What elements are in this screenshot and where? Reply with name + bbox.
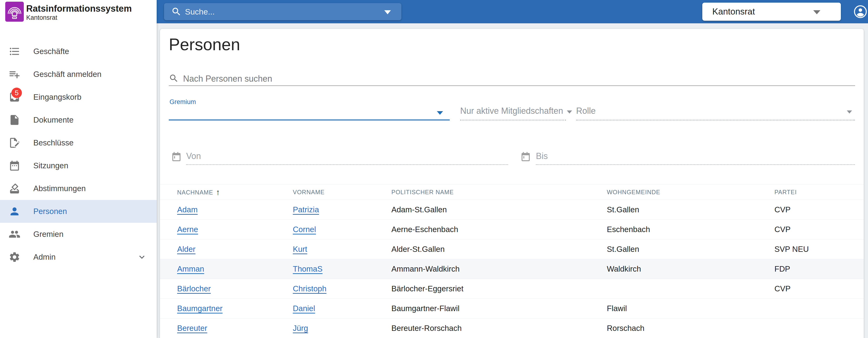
gremium-select[interactable]: Gremium	[169, 97, 450, 120]
gear-icon	[8, 251, 21, 263]
gremium-label: Gremium	[169, 98, 196, 106]
date-to-field[interactable]: Bis	[520, 148, 855, 165]
nachname-link[interactable]: Baumgartner	[177, 304, 223, 313]
column-header-nachname[interactable]: NACHNAME↑	[160, 184, 293, 200]
politischer-name-cell: Baumgartner-Flawil	[392, 304, 460, 313]
partei-cell: FDP	[774, 265, 790, 273]
app-subtitle: Kantonsrat	[26, 14, 132, 22]
partei-cell: CVP	[774, 205, 790, 214]
sort-asc-icon: ↑	[216, 188, 220, 196]
active-memberships-label: Nur aktive Mitgliedschaften	[460, 106, 563, 116]
nachname-link[interactable]: Bereuter	[177, 324, 207, 333]
sidebar-item-geschaeft-anmelden[interactable]: Geschäft anmelden	[0, 63, 157, 86]
search-icon	[171, 6, 182, 17]
vorname-link[interactable]: Kurt	[293, 245, 307, 253]
politischer-name-cell: Bereuter-Rorschach	[392, 324, 462, 333]
table-row: Aerne Cornel Aerne-Eschenbach Eschenbach…	[160, 220, 864, 240]
sidebar-item-label: Beschlüsse	[33, 138, 73, 147]
list-icon	[8, 45, 21, 57]
global-search-input[interactable]: Suche...	[164, 3, 401, 20]
chevron-down-icon	[813, 10, 820, 14]
table-row: Bereuter Jürg Bereuter-Rorschach Rorscha…	[160, 318, 864, 338]
person-search-input[interactable]: Nach Personen suchen	[169, 72, 855, 86]
nachname-link[interactable]: Bärlocher	[177, 284, 211, 293]
wohngemeinde-cell: Eschenbach	[607, 225, 650, 234]
vorname-link[interactable]: Jürg	[293, 324, 308, 333]
vorname-link[interactable]: ThomaS	[293, 265, 322, 273]
partei-cell: CVP	[774, 284, 790, 293]
sidebar-item-abstimmungen[interactable]: Abstimmungen	[0, 177, 157, 200]
persons-table: NACHNAME↑ VORNAME POLITISCHER NAME WOHNG…	[160, 184, 864, 338]
person-icon	[8, 206, 21, 217]
date-to-placeholder: Bis	[536, 151, 548, 161]
table-row: Alder Kurt Alder-St.Gallen St.Gallen SVP…	[160, 240, 864, 259]
rolle-label: Rolle	[576, 106, 596, 116]
user-avatar[interactable]	[854, 5, 867, 18]
column-header-wohngemeinde[interactable]: WOHNGEMEINDE	[607, 184, 774, 200]
vorname-link[interactable]: Cornel	[293, 225, 316, 234]
active-memberships-select[interactable]: Nur aktive Mitgliedschaften	[460, 97, 566, 120]
nachname-link[interactable]: Amman	[177, 265, 204, 273]
nachname-link[interactable]: Adam	[177, 205, 197, 214]
sidebar-item-geschaefte[interactable]: Geschäfte	[0, 40, 157, 63]
politischer-name-cell: Adam-St.Gallen	[392, 205, 447, 214]
sidebar-item-sitzungen[interactable]: Sitzungen	[0, 154, 157, 177]
document-icon	[8, 114, 21, 126]
app-title-block: Ratsinformationssystem Kantonsrat	[26, 4, 132, 22]
sidebar-item-label: Eingangskorb	[33, 93, 82, 102]
topbar: Suche... Kantonsrat	[156, 0, 868, 23]
app-window: Suche... Kantonsrat	[0, 0, 868, 338]
personen-page-card: Personen Nach Personen suchen Gremium Nu…	[160, 29, 864, 338]
inbox-count-badge: 5	[11, 88, 22, 98]
sidebar-item-label: Personen	[33, 207, 67, 216]
playlist-add-icon	[8, 68, 21, 80]
ballot-icon	[8, 183, 21, 194]
vorname-link[interactable]: Patrizia	[293, 205, 319, 214]
context-select[interactable]: Kantonsrat	[702, 3, 841, 21]
search-scope-dropdown-icon[interactable]	[384, 10, 391, 14]
column-header-politischer-name[interactable]: POLITISCHER NAME	[392, 184, 607, 200]
sidebar-nav: Geschäfte Geschäft anmelden 5 Eingangsko…	[0, 40, 157, 269]
politischer-name-cell: Alder-St.Gallen	[392, 245, 445, 253]
sidebar-item-label: Sitzungen	[33, 161, 68, 170]
sidebar-item-admin[interactable]: Admin	[0, 246, 157, 269]
person-search-placeholder: Nach Personen suchen	[183, 74, 272, 84]
column-header-vorname[interactable]: VORNAME	[293, 184, 392, 200]
sidebar-item-label: Gremien	[33, 230, 64, 239]
vorname-link[interactable]: Christoph	[293, 284, 327, 293]
nachname-link[interactable]: Alder	[177, 245, 195, 253]
dropdown-arrow-icon	[437, 111, 443, 115]
date-from-placeholder: Von	[186, 151, 201, 161]
calendar-icon	[8, 160, 21, 172]
sidebar-item-gremien[interactable]: Gremien	[0, 223, 157, 246]
sidebar: Ratsinformationssystem Kantonsrat Geschä…	[0, 0, 157, 338]
sidebar-item-personen[interactable]: Personen	[0, 200, 157, 223]
wohngemeinde-cell: Waldkirch	[607, 265, 641, 273]
nachname-link[interactable]: Aerne	[177, 225, 198, 234]
sidebar-item-label: Geschäft anmelden	[33, 70, 101, 79]
table-row: Bärlocher Christoph Bärlocher-Eggersriet…	[160, 279, 864, 299]
partei-cell: CVP	[774, 225, 790, 234]
calendar-icon[interactable]	[171, 151, 182, 163]
sidebar-item-eingangskorb[interactable]: 5 Eingangskorb	[0, 86, 157, 109]
calendar-icon[interactable]	[520, 151, 531, 163]
wohngemeinde-cell: St.Gallen	[607, 245, 639, 253]
chevron-down-icon	[137, 252, 147, 262]
vorname-link[interactable]: Daniel	[293, 304, 315, 313]
page-title: Personen	[169, 35, 240, 54]
document-edit-icon	[8, 137, 21, 149]
sidebar-item-label: Geschäfte	[33, 47, 69, 56]
column-header-partei[interactable]: PARTEI	[774, 184, 864, 200]
sidebar-item-label: Dokumente	[33, 116, 73, 124]
app-title: Ratsinformationssystem	[26, 4, 132, 13]
dropdown-arrow-icon	[567, 111, 572, 114]
rolle-select[interactable]: Rolle	[576, 97, 855, 120]
wohngemeinde-cell: Flawil	[607, 304, 627, 313]
sidebar-item-beschluesse[interactable]: Beschlüsse	[0, 131, 157, 154]
global-search-placeholder: Suche...	[185, 7, 215, 17]
date-from-field[interactable]: Von	[171, 148, 508, 165]
sidebar-item-dokumente[interactable]: Dokumente	[0, 109, 157, 131]
table-row: Adam Patrizia Adam-St.Gallen St.Gallen C…	[160, 200, 864, 220]
partei-cell: SVP NEU	[774, 245, 809, 253]
group-icon	[8, 228, 21, 240]
